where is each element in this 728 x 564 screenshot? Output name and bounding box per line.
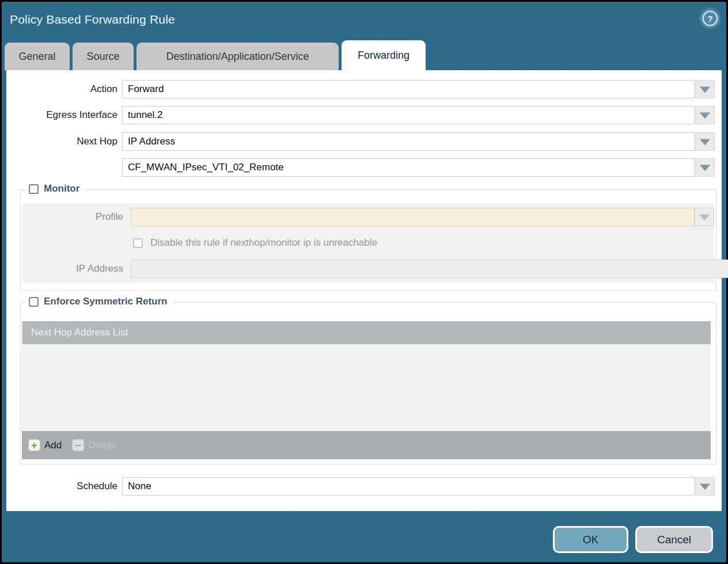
- ok-button[interactable]: OK: [553, 526, 628, 553]
- minus-icon: −: [72, 439, 84, 451]
- monitor-ip-address-label: IP Address: [22, 260, 123, 278]
- egress-interface-dropdown-chevron-down-icon[interactable]: [695, 106, 715, 124]
- next-hop-address-list-header: Next Hop Address List: [22, 321, 711, 344]
- delete-button-label: Delete: [88, 440, 116, 451]
- tab-forwarding[interactable]: Forwarding: [342, 40, 426, 70]
- next-hop-address-list-body: [22, 344, 711, 431]
- add-button-label: Add: [44, 440, 62, 451]
- pbf-rule-dialog: Policy Based Forwarding Rule ? General S…: [2, 2, 726, 562]
- tab-bar: General Source Destination/Application/S…: [5, 40, 426, 70]
- monitor-panel: Profile Disable this rule if nexthop/mon…: [22, 204, 714, 283]
- next-hop-address-dropdown-chevron-down-icon[interactable]: [695, 158, 715, 177]
- egress-interface-select[interactable]: tunnel.2: [122, 106, 695, 124]
- egress-interface-label: Egress Interface: [6, 106, 117, 124]
- next-hop-type-select[interactable]: IP Address: [122, 132, 695, 151]
- action-dropdown-chevron-down-icon[interactable]: [695, 80, 715, 98]
- cancel-button[interactable]: Cancel: [635, 526, 713, 553]
- profile-dropdown-chevron-down-icon: [695, 208, 714, 226]
- disable-rule-label: Disable this rule if nexthop/monitor ip …: [150, 237, 377, 249]
- monitor-legend: Monitor: [25, 183, 85, 195]
- delete-button: − Delete: [72, 439, 116, 451]
- next-hop-address-select[interactable]: CF_MWAN_IPsec_VTI_02_Remote: [122, 158, 695, 177]
- next-hop-address-list-table: Next Hop Address List + Add − Delete: [22, 321, 711, 459]
- disable-rule-checkbox: [133, 238, 143, 248]
- schedule-label: Schedule: [6, 477, 117, 496]
- plus-icon: +: [28, 439, 40, 451]
- enforce-symmetric-return-checkbox[interactable]: [29, 297, 39, 307]
- tab-destination-application-service[interactable]: Destination/Application/Service: [136, 43, 339, 70]
- monitor-ip-address-input: [131, 260, 728, 278]
- dialog-title: Policy Based Forwarding Rule: [10, 13, 175, 26]
- monitor-fieldset: Monitor Profile Disable this rule if nex…: [20, 189, 716, 291]
- enforce-symmetric-return-legend: Enforce Symmetric Return: [25, 296, 172, 307]
- next-hop-address-list-footer: + Add − Delete: [22, 431, 711, 459]
- next-hop-type-dropdown-chevron-down-icon[interactable]: [695, 132, 715, 151]
- next-hop-label: Next Hop: [6, 132, 117, 151]
- monitor-checkbox[interactable]: [29, 184, 39, 194]
- profile-select: [131, 208, 695, 226]
- enforce-symmetric-return-fieldset: Enforce Symmetric Return Next Hop Addres…: [20, 302, 716, 464]
- tab-source[interactable]: Source: [73, 43, 134, 70]
- profile-label: Profile: [22, 208, 123, 226]
- enforce-symmetric-return-label: Enforce Symmetric Return: [44, 296, 167, 307]
- monitor-legend-label: Monitor: [44, 183, 79, 195]
- help-icon[interactable]: ?: [703, 11, 718, 26]
- action-select[interactable]: Forward: [122, 80, 695, 98]
- action-label: Action: [6, 80, 117, 98]
- question-mark-glyph: ?: [707, 14, 712, 24]
- add-button[interactable]: + Add: [28, 439, 62, 451]
- forwarding-tab-panel: Action Forward Egress Interface tunnel.2…: [6, 70, 722, 511]
- disable-rule-row: Disable this rule if nexthop/monitor ip …: [133, 237, 377, 249]
- schedule-select[interactable]: None: [122, 477, 695, 496]
- schedule-dropdown-chevron-down-icon[interactable]: [695, 477, 715, 496]
- tab-general[interactable]: General: [5, 43, 70, 70]
